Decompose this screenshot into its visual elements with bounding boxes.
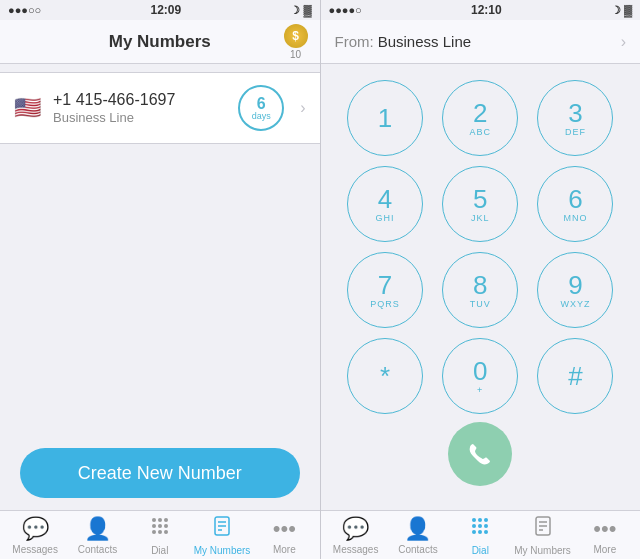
svg-point-7 [158,530,162,534]
dial-icon [149,515,171,543]
dial-btn-9[interactable]: 9 WXYZ [537,252,613,328]
call-button[interactable] [448,422,512,486]
right-contacts-icon: 👤 [404,516,431,542]
svg-point-16 [472,524,476,528]
right-moon-icon: ☽ [611,4,621,17]
dial-btn-2[interactable]: 2 ABC [442,80,518,156]
left-signal: ●●●○○ [8,4,41,16]
dial-btn-5[interactable]: 5 JKL [442,166,518,242]
number-info: +1 415-466-1697 Business Line [53,91,226,125]
coin-badge[interactable]: $ 10 [284,24,308,60]
messages-label: Messages [12,544,58,555]
create-number-button[interactable]: Create New Number [20,448,300,498]
right-battery-icon: ▓ [624,4,632,16]
more-label: More [273,544,296,555]
flag-icon: 🇺🇸 [14,95,41,121]
tab-my-numbers[interactable]: My Numbers [191,515,253,556]
tab-contacts[interactable]: 👤 Contacts [66,516,128,555]
right-messages-icon: 💬 [342,516,369,542]
right-tab-dial[interactable]: Dial [449,515,511,556]
right-time: 12:10 [471,3,502,17]
svg-point-20 [478,530,482,534]
left-battery: ☽ ▓ [290,4,311,17]
svg-point-15 [484,518,488,522]
right-contacts-label: Contacts [398,544,437,555]
right-tab-my-numbers[interactable]: My Numbers [511,515,573,556]
svg-point-2 [164,518,168,522]
coin-icon: $ [284,24,308,48]
svg-point-4 [158,524,162,528]
right-dial-label: Dial [472,545,489,556]
more-icon: ••• [273,516,296,542]
left-time: 12:09 [151,3,182,17]
right-status-bar: ●●●●○ 12:10 ☽ ▓ [321,0,641,20]
number-list: 🇺🇸 +1 415-466-1697 Business Line 6 days … [0,72,320,144]
right-panel: ●●●●○ 12:10 ☽ ▓ From: Business Line › 1 … [321,0,641,559]
right-tab-more[interactable]: ••• More [574,516,636,555]
left-navbar: My Numbers $ 10 [0,20,320,64]
right-my-numbers-icon [532,515,554,543]
right-signal-dots: ●●●●○ [329,4,362,16]
dial-btn-3[interactable]: 3 DEF [537,80,613,156]
right-battery: ☽ ▓ [611,4,632,17]
right-tab-contacts[interactable]: 👤 Contacts [387,516,449,555]
dial-btn-6[interactable]: 6 MNO [537,166,613,242]
moon-icon: ☽ [290,4,300,17]
call-btn-row [448,414,512,492]
phone-icon [465,439,495,469]
from-chevron-icon: › [621,33,626,51]
svg-point-0 [152,518,156,522]
dialpad-area: 1 2 ABC 3 DEF 4 GHI 5 JKL 6 MNO [321,64,641,510]
right-tab-bar: 💬 Messages 👤 Contacts D [321,510,641,559]
left-status-bar: ●●●○○ 12:09 ☽ ▓ [0,0,320,20]
dial-btn-hash[interactable]: # [537,338,613,414]
tab-more[interactable]: ••• More [253,516,315,555]
right-messages-label: Messages [333,544,379,555]
svg-point-3 [152,524,156,528]
phone-number: +1 415-466-1697 [53,91,226,109]
right-navbar[interactable]: From: Business Line › [321,20,641,64]
days-number: 6 [257,96,266,112]
dial-btn-star[interactable]: * [347,338,423,414]
number-item[interactable]: 🇺🇸 +1 415-466-1697 Business Line 6 days … [0,73,320,143]
dial-btn-1[interactable]: 1 [347,80,423,156]
contacts-icon: 👤 [84,516,111,542]
svg-point-18 [484,524,488,528]
days-label: days [252,112,271,121]
svg-point-5 [164,524,168,528]
right-tab-messages[interactable]: 💬 Messages [325,516,387,555]
from-value: Business Line [378,33,613,50]
signal-dots: ●●●○○ [8,4,41,16]
battery-icon: ▓ [303,4,311,16]
right-my-numbers-label: My Numbers [514,545,571,556]
messages-icon: 💬 [22,516,49,542]
left-nav-title: My Numbers [109,32,211,52]
from-label: From: [335,33,374,50]
right-more-label: More [593,544,616,555]
svg-point-1 [158,518,162,522]
line-label: Business Line [53,110,226,125]
left-tab-bar: 💬 Messages 👤 Contacts D [0,510,320,559]
days-badge: 6 days [238,85,284,131]
tab-messages[interactable]: 💬 Messages [4,516,66,555]
svg-point-14 [478,518,482,522]
left-content-area [0,144,320,432]
dial-btn-7[interactable]: 7 PQRS [347,252,423,328]
right-signal: ●●●●○ [329,4,362,16]
svg-point-8 [164,530,168,534]
dial-btn-4[interactable]: 4 GHI [347,166,423,242]
dial-btn-8[interactable]: 8 TUV [442,252,518,328]
left-panel: ●●●○○ 12:09 ☽ ▓ My Numbers $ 10 🇺🇸 +1 41… [0,0,320,559]
svg-point-13 [472,518,476,522]
svg-point-21 [484,530,488,534]
dial-btn-0[interactable]: 0 + [442,338,518,414]
chevron-right-icon: › [300,99,305,117]
my-numbers-label: My Numbers [194,545,251,556]
dial-label: Dial [151,545,168,556]
svg-point-17 [478,524,482,528]
tab-dial[interactable]: Dial [129,515,191,556]
coin-count: 10 [290,49,301,60]
right-dial-icon [469,515,491,543]
right-more-icon: ••• [593,516,616,542]
contacts-label: Contacts [78,544,117,555]
